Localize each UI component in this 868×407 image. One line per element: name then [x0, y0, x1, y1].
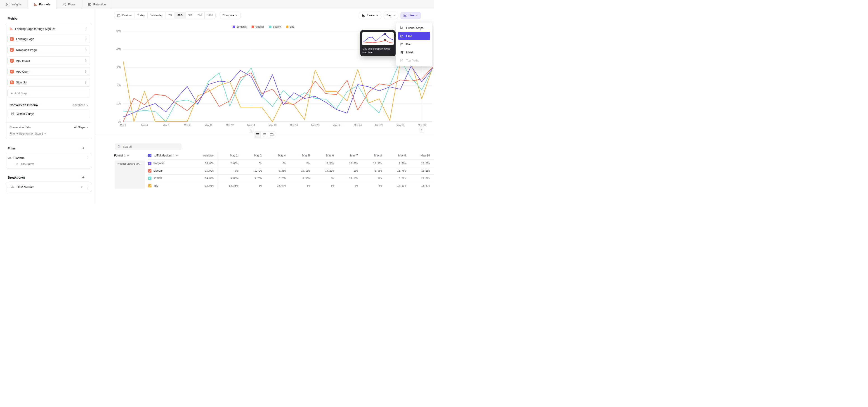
- svg-text:10%: 10%: [116, 102, 121, 105]
- layout-top-icon[interactable]: [261, 131, 268, 138]
- layout-split-icon[interactable]: [254, 131, 261, 138]
- granularity-dropdown[interactable]: Day: [383, 12, 398, 19]
- filter-operator[interactable]: Is: [16, 162, 18, 165]
- kebab-icon[interactable]: ⋮: [84, 59, 88, 62]
- series-name: search: [153, 177, 162, 180]
- series-row-search[interactable]: search: [148, 174, 197, 182]
- add-breakdown-button[interactable]: +: [82, 175, 85, 180]
- series-row-ads[interactable]: ads: [148, 182, 197, 189]
- funnel-step-3[interactable]: 3App Install⋮: [7, 56, 90, 65]
- step-label: Sign Up: [16, 81, 81, 84]
- day-column-header[interactable]: May 6: [314, 152, 338, 159]
- day-column-header[interactable]: May 8: [362, 152, 386, 159]
- layout-bottom-icon[interactable]: [268, 131, 275, 138]
- filter-segment-dropdown[interactable]: Filter + Segment on Step 1: [9, 132, 46, 135]
- date-range-30d[interactable]: 30D: [175, 12, 186, 19]
- kebab-icon[interactable]: ⋮: [84, 27, 88, 30]
- series-name: $organic: [153, 162, 164, 165]
- retention-icon: [88, 3, 91, 6]
- checkbox[interactable]: [148, 169, 151, 173]
- series-row-sidebar[interactable]: sidebar: [148, 167, 197, 174]
- filter-property: Platform: [13, 156, 83, 160]
- day-column-header[interactable]: May 10: [410, 152, 434, 159]
- menu-item-line[interactable]: Line: [398, 32, 430, 40]
- svg-text:May 2: May 2: [120, 124, 127, 126]
- average-cell: 16.03%: [197, 159, 218, 167]
- tab-funnels[interactable]: Funnels: [28, 0, 57, 9]
- checkbox[interactable]: [148, 184, 151, 187]
- annotation-badge[interactable]: 1: [249, 128, 253, 132]
- legend-item--organic[interactable]: $organic: [232, 25, 247, 28]
- step-label: App Install: [16, 59, 81, 62]
- topbar: Insights Funnels Flows Retention: [0, 0, 434, 9]
- metric-icon: [400, 51, 404, 54]
- kebab-icon[interactable]: ⋮: [86, 185, 90, 189]
- menu-item-metric[interactable]: Metric: [398, 48, 430, 56]
- tooltip-mini-chart: [362, 32, 394, 45]
- kebab-icon[interactable]: ⋮: [84, 70, 88, 73]
- checkbox[interactable]: [148, 177, 151, 180]
- legend-item-sidebar[interactable]: sidebar: [252, 25, 264, 28]
- kebab-icon[interactable]: ⋮: [84, 81, 88, 84]
- funnel-step-1[interactable]: 1Landing Page⋮: [7, 35, 90, 43]
- day-column-header[interactable]: May 7: [338, 152, 362, 159]
- value-cell: 0%: [242, 182, 266, 189]
- funnel-column-header[interactable]: Funnel1: [114, 152, 148, 159]
- value-cell: 5.88%: [218, 174, 242, 182]
- day-column-header[interactable]: May 3: [242, 152, 266, 159]
- date-range-12m[interactable]: 12M: [205, 12, 215, 19]
- step-label: App Open: [16, 70, 81, 73]
- funnel-name-cell[interactable]: Product Viewed through P…: [115, 160, 145, 189]
- filter-value[interactable]: iOS Native: [21, 162, 34, 165]
- series-row--organic[interactable]: $organic: [148, 159, 197, 167]
- legend-item-ads[interactable]: ads: [286, 25, 294, 28]
- add-step-button[interactable]: + Add Step: [7, 89, 90, 97]
- kebab-icon[interactable]: ⋮: [84, 37, 88, 40]
- svg-text:May 20: May 20: [311, 124, 319, 126]
- funnel-step-5[interactable]: 5Sign Up⋮: [7, 78, 90, 87]
- date-range-6m[interactable]: 6M: [195, 12, 205, 19]
- value-cell: 2.63%: [218, 159, 242, 167]
- checkbox[interactable]: [148, 154, 151, 157]
- day-column-header[interactable]: May 9: [386, 152, 410, 159]
- metric-title-row[interactable]: Landing Page through Sign Up ⋮: [7, 25, 90, 32]
- funnel-step-2[interactable]: 2Download Page⋮: [7, 45, 90, 54]
- breakdown-column-header[interactable]: UTM Medium4: [148, 152, 197, 159]
- add-filter-button[interactable]: +: [82, 146, 85, 150]
- menu-item-top-paths[interactable]: Top Paths: [398, 56, 430, 64]
- value-cell: 0%: [338, 182, 362, 189]
- funnel-step-4[interactable]: 4App Open⋮: [7, 67, 90, 76]
- average-column-header[interactable]: Average: [197, 152, 218, 159]
- value-cell: 0%: [290, 182, 314, 189]
- tab-insights[interactable]: Insights: [0, 0, 28, 9]
- conversion-window-row[interactable]: Within 7 days: [8, 109, 90, 118]
- day-column-header[interactable]: May 5: [290, 152, 314, 159]
- breakdown-card[interactable]: ☰ Aa UTM Medium ✕ ⋮: [6, 182, 92, 192]
- scale-dropdown[interactable]: Linear: [359, 12, 381, 19]
- date-range-custom[interactable]: Custom: [114, 12, 134, 19]
- search-input[interactable]: Search: [115, 143, 182, 150]
- annotation-badge[interactable]: 1: [420, 128, 424, 132]
- date-range-today[interactable]: Today: [134, 12, 148, 19]
- compare-button[interactable]: Compare: [220, 12, 241, 19]
- drag-handle-icon[interactable]: ☰: [7, 185, 10, 189]
- date-range-yesterday[interactable]: Yesterday: [148, 12, 165, 19]
- date-range-3m[interactable]: 3M: [186, 12, 195, 19]
- advanced-dropdown[interactable]: Advanced: [72, 103, 88, 107]
- tab-flows[interactable]: Flows: [57, 0, 82, 9]
- day-column-header[interactable]: May 2: [218, 152, 242, 159]
- menu-item-funnel-steps[interactable]: Funnel Steps: [398, 24, 430, 32]
- kebab-icon[interactable]: ⋮: [84, 48, 88, 51]
- menu-item-bar[interactable]: Bar: [398, 40, 430, 48]
- day-column-header[interactable]: May 4: [266, 152, 290, 159]
- chart-type-dropdown[interactable]: Line: [400, 12, 421, 19]
- filter-card[interactable]: Aa Platform ⋮ Is iOS Native: [6, 153, 92, 168]
- kebab-icon[interactable]: ⋮: [86, 156, 90, 159]
- date-range-7d[interactable]: 7D: [165, 12, 175, 19]
- all-steps-dropdown[interactable]: All Steps: [74, 126, 88, 129]
- tab-retention[interactable]: Retention: [82, 0, 112, 9]
- linear-scale-icon: [362, 14, 365, 17]
- remove-icon[interactable]: ✕: [80, 186, 83, 189]
- checkbox[interactable]: [148, 162, 151, 165]
- legend-item-search[interactable]: search: [269, 25, 281, 28]
